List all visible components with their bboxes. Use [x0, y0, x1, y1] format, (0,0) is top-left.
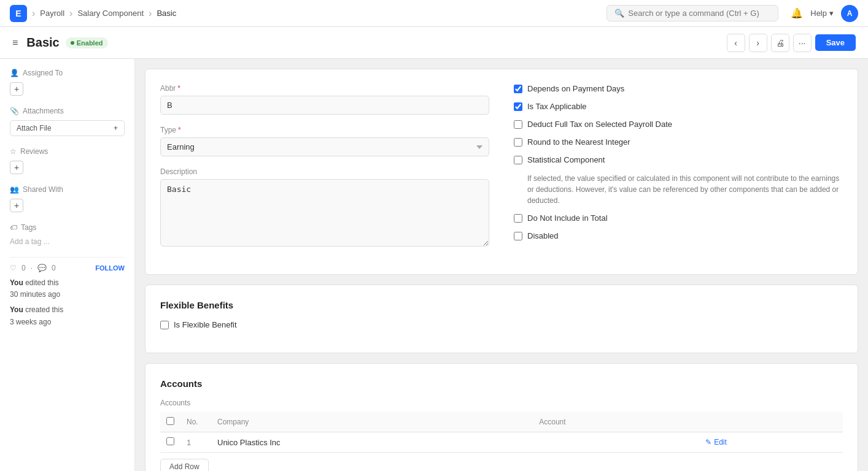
statistical-component-checkbox[interactable]	[514, 156, 522, 164]
search-input[interactable]	[628, 9, 770, 18]
select-all-checkbox[interactable]	[166, 417, 174, 425]
group-icon: 👥	[10, 185, 19, 194]
round-to-nearest-checkbox[interactable]	[514, 138, 522, 147]
round-to-nearest-label[interactable]: Round to the Nearest Integer	[527, 137, 630, 147]
main-form-card: Abbr * Type * Earning	[145, 69, 858, 275]
breadcrumb-basic: Basic	[157, 9, 176, 18]
search-bar[interactable]: 🔍	[606, 5, 778, 21]
form-row: Abbr * Type * Earning	[160, 84, 843, 259]
next-button[interactable]: ›	[749, 34, 767, 52]
prev-button[interactable]: ‹	[727, 34, 745, 52]
description-label: Description	[160, 167, 489, 176]
disabled-label[interactable]: Disabled	[527, 231, 559, 240]
edit-button[interactable]: ✎ Edit	[705, 438, 837, 446]
status-badge: Enabled	[66, 37, 108, 48]
row-checkbox-cell	[160, 432, 180, 453]
do-not-include-checkbox[interactable]	[514, 214, 522, 223]
abbr-group: Abbr *	[160, 84, 489, 115]
search-icon: 🔍	[614, 9, 624, 18]
avatar[interactable]: A	[841, 5, 858, 22]
disabled-checkbox[interactable]	[514, 232, 522, 240]
description-group: Description Basic	[160, 167, 489, 248]
status-dot	[71, 41, 74, 45]
table-row: 1 Unico Plastics Inc ✎ E	[160, 432, 843, 453]
activity-item-2: You created this 3 weeks ago	[10, 304, 125, 327]
statistical-component-row: Statistical Component	[514, 155, 843, 164]
col-company: Company	[211, 412, 533, 432]
row-account-cell	[533, 432, 699, 453]
breadcrumb-salary-component[interactable]: Salary Component	[77, 9, 144, 18]
reviews-section: ☆ Reviews +	[10, 147, 125, 174]
col-actions	[699, 412, 843, 432]
help-menu[interactable]: Help ▾	[810, 9, 834, 18]
breadcrumb-payroll[interactable]: Payroll	[40, 9, 64, 18]
sidebar: 👤 Assigned To + 📎 Attachments Attach Fil…	[0, 59, 135, 471]
add-row-button[interactable]: Add Row	[160, 459, 209, 471]
type-group: Type * Earning Deduction	[160, 126, 489, 156]
is-flexible-benefit-checkbox[interactable]	[160, 321, 169, 329]
row-checkbox[interactable]	[166, 437, 174, 445]
is-flexible-benefit-label[interactable]: Is Flexible Benefit	[174, 320, 237, 329]
assigned-to-label: 👤 Assigned To	[10, 69, 125, 77]
depends-on-payment-days-row: Depends on Payment Days	[514, 84, 843, 93]
form-right-col: Depends on Payment Days Is Tax Applicabl…	[514, 84, 843, 259]
is-tax-applicable-row: Is Tax Applicable	[514, 102, 843, 111]
hamburger-icon[interactable]: ≡	[12, 37, 18, 48]
round-to-nearest-row: Round to the Nearest Integer	[514, 137, 843, 147]
likes-count: 0	[21, 264, 26, 272]
abbr-input[interactable]	[160, 96, 489, 115]
print-button[interactable]: 🖨	[771, 34, 789, 52]
header-actions: ‹ › 🖨 ··· Save	[727, 34, 856, 52]
add-assigned-to-button[interactable]: +	[10, 82, 23, 96]
edit-icon: ✎	[705, 438, 711, 446]
topnav-right: 🔔 Help ▾ A	[791, 5, 858, 22]
deduct-full-tax-row: Deduct Full Tax on Selected Payroll Date	[514, 120, 843, 129]
accounts-table-head: No. Company Account	[160, 412, 843, 432]
add-tag-placeholder[interactable]: Add a tag ...	[10, 237, 50, 246]
do-not-include-label[interactable]: Do Not Include in Total	[527, 213, 608, 223]
main-content: 👤 Assigned To + 📎 Attachments Attach Fil…	[0, 59, 868, 471]
follow-button[interactable]: FOLLOW	[95, 264, 125, 272]
status-label: Enabled	[77, 39, 103, 47]
deduct-full-tax-checkbox[interactable]	[514, 120, 522, 129]
attach-file-button[interactable]: Attach File +	[10, 120, 125, 136]
activity-action-1: edited this	[25, 278, 59, 287]
sidebar-divider	[10, 257, 125, 258]
top-nav: E › Payroll › Salary Component › Basic 🔍…	[0, 0, 868, 27]
bell-icon[interactable]: 🔔	[791, 7, 803, 19]
content-area: Abbr * Type * Earning	[135, 59, 868, 471]
is-tax-applicable-checkbox[interactable]	[514, 102, 522, 111]
add-review-button[interactable]: +	[10, 161, 23, 174]
do-not-include-row: Do Not Include in Total	[514, 213, 843, 223]
deduct-full-tax-label[interactable]: Deduct Full Tax on Selected Payroll Date	[527, 120, 672, 129]
col-account: Account	[533, 412, 699, 432]
type-label: Type *	[160, 126, 489, 134]
app-logo: E	[10, 5, 27, 22]
add-shared-with-button[interactable]: +	[10, 199, 23, 212]
comment-icon: 💬	[37, 264, 47, 272]
save-button[interactable]: Save	[815, 34, 856, 51]
more-options-button[interactable]: ···	[793, 34, 812, 52]
row-edit-cell: ✎ Edit	[699, 432, 843, 453]
abbr-label: Abbr *	[160, 84, 489, 93]
depends-on-payment-days-checkbox[interactable]	[514, 85, 522, 93]
star-icon: ☆	[10, 147, 17, 156]
activity-time-1: 30 minutes ago	[10, 290, 60, 299]
page: ≡ Basic Enabled ‹ › 🖨 ··· Save 👤 Assigne…	[0, 27, 868, 471]
page-title: Basic	[26, 36, 59, 50]
tags-label: 🏷 Tags	[10, 223, 125, 232]
is-tax-applicable-label[interactable]: Is Tax Applicable	[527, 102, 587, 111]
depends-on-payment-days-label[interactable]: Depends on Payment Days	[527, 84, 624, 93]
description-textarea[interactable]: Basic	[160, 179, 489, 247]
statistical-component-label[interactable]: Statistical Component	[527, 155, 605, 164]
type-select[interactable]: Earning Deduction	[160, 137, 489, 156]
statistical-component-desc: If selected, the value specified or calc…	[527, 173, 843, 206]
disabled-row: Disabled	[514, 231, 843, 240]
person-icon: 👤	[10, 69, 19, 77]
follow-row: ♡ 0 · 💬 0 FOLLOW	[10, 264, 125, 272]
assigned-to-section: 👤 Assigned To +	[10, 69, 125, 96]
page-header: ≡ Basic Enabled ‹ › 🖨 ··· Save	[0, 27, 868, 59]
heart-icon: ♡	[10, 264, 17, 272]
activity-item-1: You edited this 30 minutes ago	[10, 277, 125, 301]
accounts-table: No. Company Account 1	[160, 412, 843, 453]
